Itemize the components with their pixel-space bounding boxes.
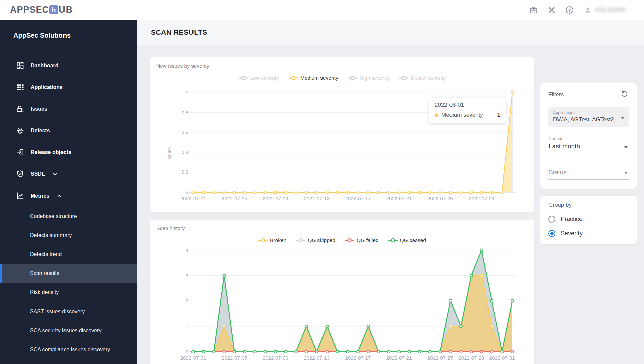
page-title-bar: SCAN RESULTS [137, 20, 644, 45]
legend-marker-icon [388, 238, 398, 243]
filters-panel: Filters Applications DVJA, AGTest, AGTes… [540, 83, 637, 189]
dropdown-caret-icon [624, 146, 628, 148]
bug-icon [16, 126, 25, 135]
applications-select[interactable]: Applications DVJA, AGTest, AGTest2, ... [548, 107, 629, 127]
legend-marker-icon [296, 238, 306, 243]
svg-text:2022-07-01: 2022-07-01 [180, 355, 206, 361]
sidebar-item-ssdl[interactable]: SSDL [0, 163, 137, 185]
svg-text:0.4: 0.4 [181, 149, 188, 155]
subitem-label: Scan results [30, 270, 59, 276]
chart-legend: Broken QG skipped QG failed QG passed [150, 237, 534, 243]
radio-label: Severity [561, 230, 583, 237]
legend-item[interactable]: QG skipped [296, 237, 335, 243]
series-color-dot [435, 113, 438, 117]
svg-text:2022-07-17: 2022-07-17 [345, 355, 371, 361]
logo-text-prefix: APPSEC [10, 5, 49, 15]
sidebar-subitem-defects-summary[interactable]: Defects summary [0, 226, 137, 245]
shield-check-icon [16, 170, 25, 178]
svg-text:Issues: Issues [167, 147, 172, 161]
group-by-practice-radio[interactable]: Practice [548, 216, 629, 223]
group-by-severity-radio[interactable]: Severity [548, 230, 629, 237]
reset-filters-icon[interactable] [620, 90, 629, 99]
legend-item[interactable]: Critical severity [399, 75, 446, 81]
legend-label: High severity [360, 75, 390, 81]
tenant-title: AppSec Solutions [0, 20, 137, 50]
legend-marker-icon [238, 76, 248, 80]
legend-label: QG skipped [308, 237, 335, 243]
dropdown-caret-icon [624, 172, 628, 174]
tooltip-value: 1 [497, 112, 500, 118]
sidebar-item-issues[interactable]: Issues [0, 98, 137, 120]
sidebar-item-dashboard[interactable]: Dashboard [0, 54, 137, 76]
chevron-up-icon [56, 193, 63, 199]
tooltip-series-label: Medium severity [441, 112, 483, 118]
svg-text:0.8: 0.8 [181, 110, 188, 115]
sidebar-subitem-sca-security-issues-discovery[interactable]: SCA security issues discovery [0, 321, 137, 340]
radio-selected-icon [548, 230, 555, 237]
tools-icon[interactable] [547, 6, 556, 14]
status-select[interactable]: Status [548, 169, 629, 180]
applications-value: DVJA, AGTest, AGTest2, ... [553, 116, 623, 123]
dropdown-caret-icon [621, 117, 625, 119]
briefcase-icon[interactable] [529, 6, 538, 14]
sidebar-item-label: Defects [31, 128, 50, 134]
sidebar-subitem-codebase-structure[interactable]: Codebase structure [0, 207, 137, 226]
legend-marker-icon [258, 238, 268, 243]
legend-item[interactable]: QG passed [388, 237, 426, 243]
periods-label: Periods [549, 136, 629, 141]
legend-item[interactable]: Broken [258, 237, 286, 243]
sidebar-item-label: Metrics [31, 193, 49, 199]
sidebar-item-release-objects[interactable]: Release objects [0, 141, 137, 163]
username-text: AGLADUN [595, 7, 626, 13]
tooltip-date: 2022-08-01 [435, 102, 500, 108]
legend-item[interactable]: High severity [348, 75, 390, 81]
page-title: SCAN RESULTS [151, 28, 207, 36]
group-by-panel: Group by Practice Severity [540, 196, 637, 244]
sidebar-item-metrics[interactable]: Metrics [0, 185, 137, 207]
legend-item[interactable]: Medium severity [288, 75, 338, 81]
svg-text:2022-07-13: 2022-07-13 [304, 196, 330, 201]
svg-text:2022-07-13: 2022-07-13 [304, 355, 330, 361]
top-header: APPSEChUB ? [0, 0, 644, 20]
periods-select[interactable]: Periods Last month [548, 136, 629, 153]
svg-text:2022-07-29: 2022-07-29 [469, 196, 494, 201]
scan-history-chart[interactable]: 012342022-07-012022-07-052022-07-092022-… [150, 247, 534, 363]
status-label: Status [549, 169, 629, 176]
svg-text:2022-07-05: 2022-07-05 [222, 355, 247, 361]
open-lock-icon [16, 105, 25, 113]
svg-text:0.2: 0.2 [181, 169, 188, 175]
sidebar-item-applications[interactable]: Applications [0, 76, 137, 98]
legend-label: Low severity [250, 75, 279, 81]
legend-label: Critical severity [411, 75, 446, 81]
group-by-title: Group by [548, 202, 629, 208]
svg-text:2022-07-01: 2022-07-01 [180, 196, 206, 201]
sidebar-subitem-scan-results[interactable]: Scan results [0, 264, 137, 283]
sidebar-item-defects[interactable]: Defects [0, 120, 137, 141]
subitem-label: SCA security issues discovery [30, 328, 101, 334]
chevron-down-icon [52, 171, 58, 177]
sidebar-subitem-defects-trend[interactable]: Defects trend [0, 245, 137, 264]
legend-item[interactable]: Low severity [238, 75, 279, 81]
subitem-label: SCA compliance issues discovery [30, 347, 110, 353]
radio-unselected-icon [548, 216, 555, 223]
legend-item[interactable]: QG failed [345, 237, 378, 243]
scan-history-card: Scan history Broken QG skipped QG failed… [150, 220, 534, 364]
svg-text:2022-07-05: 2022-07-05 [222, 196, 247, 201]
sidebar-item-label: Issues [31, 106, 47, 112]
subitem-label: Codebase structure [30, 213, 77, 219]
sidebar-item-label: SSDL [31, 171, 45, 177]
sidebar-subitem-risk-density[interactable]: Risk density [0, 283, 137, 302]
app-logo: APPSEChUB [10, 5, 73, 15]
legend-marker-icon [345, 238, 355, 243]
svg-text:1: 1 [186, 323, 188, 329]
chart-legend: Low severity Medium severity High severi… [150, 75, 534, 81]
legend-label: QG passed [400, 237, 426, 243]
user-menu[interactable]: AGLADUN [584, 6, 626, 14]
help-icon[interactable]: ? [565, 6, 574, 14]
box-arrow-icon [16, 148, 25, 156]
svg-text:?: ? [568, 7, 571, 12]
sidebar-item-label: Release objects [31, 149, 71, 155]
sidebar-subitem-sca-compliance-issues-discovery[interactable]: SCA compliance issues discovery [0, 340, 137, 359]
sidebar-subitem-sast-issues-discovery[interactable]: SAST issues discovery [0, 302, 137, 321]
chart-tooltip: 2022-08-01 Medium severity 1 [429, 98, 506, 123]
